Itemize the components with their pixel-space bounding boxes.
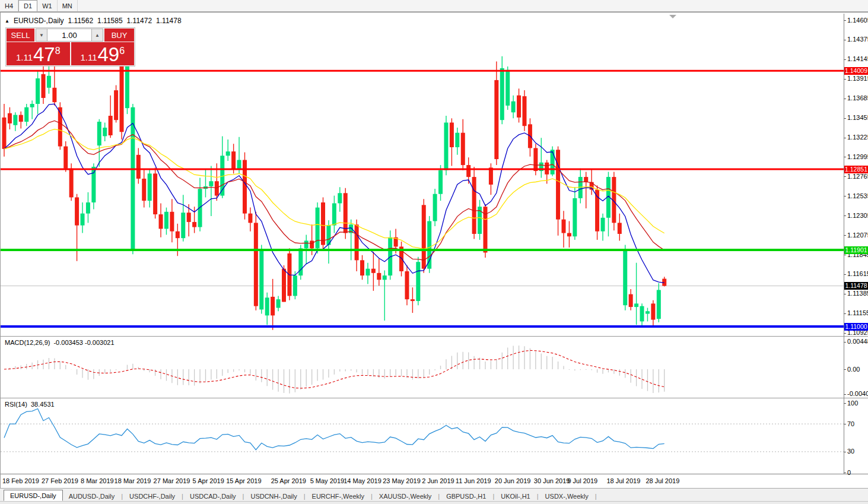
price-tick-mark [844,274,846,275]
date-label: 11 Jun 2019 [456,477,491,484]
macd-tick-label: 0.004481 [847,338,868,345]
tab-audusd-daily[interactable]: AUDUSD-,Daily [63,491,121,501]
sell-price-sup: 8 [55,46,61,56]
price-tick-label: 1.12535 [847,192,868,199]
macd-tick-label: -0.004048 [847,390,868,397]
date-label: 9 Jul 2019 [567,477,597,484]
rsi-tick-label: 0 [847,469,851,476]
price-tick-label: 1.13915 [847,75,868,82]
buy-button[interactable]: BUY [104,28,134,42]
volume-increase-button[interactable]: ▲ [91,28,103,42]
tab-usdcnh-daily[interactable]: USDCNH-,Daily [244,491,303,501]
tab-eurchf-weekly[interactable]: EURCHF-,Weekly [306,491,370,501]
price-tick-mark [844,59,846,60]
price-tick-mark [844,255,846,255]
rsi-tick-label: 100 [847,400,858,407]
chart-canvas[interactable] [1,14,844,474]
volume-decrease-button[interactable]: ▼ [36,28,47,42]
chart-window[interactable]: ▲ EURUSD-,Daily 1.11562 1.11585 1.11472 … [0,12,868,489]
timeframe-button-h4[interactable]: H4 [0,0,18,11]
price-tick-mark [844,40,846,40]
price-badge-1.14009: 1.14009 [844,67,868,75]
ohlc-close: 1.11478 [156,17,182,25]
price-tick-label: 1.14605 [847,17,868,24]
pane-separator-macd[interactable] [1,336,868,337]
price-tick-mark [844,20,846,21]
macd-tick-label: 0.00 [847,366,860,373]
buy-price-sup: 6 [119,46,125,56]
date-label: 20 Jun 2019 [495,477,531,484]
price-tick-label: 1.12305 [847,212,868,219]
price-tick-mark [844,215,846,216]
price-tick-mark [844,79,846,80]
tab-xauusd-weekly[interactable]: XAUUSD-,Weekly [373,491,437,501]
date-label: 2 Jun 2019 [422,477,454,484]
macd-values: -0.003453 -0.003021 [53,339,114,346]
date-label: 18 Mar 2019 [115,477,151,484]
rsi-tick-mark [844,473,846,473]
timeframe-button-mn[interactable]: MN [58,0,78,11]
mt4-window: H4D1W1MN ▲ EURUSD-,Daily 1.11562 1.11585… [0,0,868,504]
date-label: 27 Feb 2019 [42,477,78,484]
price-tick-mark [844,99,846,99]
rsi-tick-label: 70 [847,420,854,427]
one-click-trading-panel: SELL ▼ 1.00 ▲ BUY 1.11478 1.11496 [5,27,135,66]
price-tick-mark [844,235,846,236]
price-tick-mark [844,157,846,157]
buy-price-prefix: 1.11 [80,51,97,64]
rsi-tick-mark [844,424,846,424]
tabs-scroll-strip[interactable] [0,501,868,504]
volume-input[interactable]: 1.00 [47,28,91,42]
price-tick-mark [844,333,846,334]
price-tick-mark [844,294,846,294]
date-label: 14 May 2019 [344,477,381,484]
collapse-arrow-icon[interactable]: ▲ [5,18,9,24]
macd-label: MACD(12,26,9) -0.003453 -0.003021 [5,339,115,346]
macd-tick-mark [844,369,846,370]
price-axis-separator [844,14,844,474]
date-label: 28 Jul 2019 [646,477,679,484]
rsi-tick-mark [844,403,846,404]
volume-stepper: ▼ 1.00 ▲ [36,28,103,42]
price-tick-label: 1.13225 [847,134,868,141]
sell-button[interactable]: SELL [7,28,34,42]
price-tick-label: 1.12995 [847,153,868,160]
date-label: 5 May 2019 [310,477,344,484]
tab-usdchf-daily[interactable]: USDCHF-,Daily [123,491,181,501]
macd-name: MACD(12,26,9) [5,339,50,346]
price-badge-1.11000: 1.11000 [844,323,868,331]
price-tick-label: 1.11385 [847,290,868,297]
chevron-up-icon: ▲ [95,33,100,38]
rsi-value: 38.4531 [31,401,55,408]
buy-price[interactable]: 1.11496 [71,42,135,65]
rsi-label: RSI(14) 38.4531 [5,401,55,408]
date-label: 8 Mar 2019 [81,477,114,484]
date-label: 18 Feb 2019 [2,477,39,484]
date-axis[interactable]: 18 Feb 201927 Feb 20198 Mar 201918 Mar 2… [1,474,844,488]
pane-separator-rsi[interactable] [1,398,868,399]
timeframe-button-d1[interactable]: D1 [18,0,37,11]
price-tick-label: 1.11155 [847,309,868,316]
tab-ukoil-h1[interactable]: UKOil-,H1 [495,491,536,501]
price-tick-mark [844,118,846,119]
price-badge-1.11478: 1.11478 [844,282,868,290]
sell-price-big: 47 [33,45,55,64]
rsi-name: RSI(14) [5,401,27,408]
tab-usdx-weekly[interactable]: USDX-,Weekly [539,491,594,501]
price-tick-label: 1.13455 [847,114,868,121]
tab-gbpusd-h1[interactable]: GBPUSD-,H1 [440,491,492,501]
tab-usdcad-daily[interactable]: USDCAD-,Daily [184,491,242,501]
ohlc-low: 1.11472 [127,17,152,25]
tab-divider: | [594,493,597,501]
tab-eurusd-daily[interactable]: EURUSD-,Daily [4,490,63,501]
date-label: 25 Apr 2019 [271,477,306,484]
date-label: 15 Apr 2019 [226,477,261,484]
price-tick-mark [844,138,846,138]
price-tick-label: 1.14375 [847,36,868,43]
sell-price[interactable]: 1.11478 [7,42,70,65]
chevron-down-icon: ▼ [39,33,44,38]
timeframe-button-w1[interactable]: W1 [37,0,58,11]
rsi-tick-label: 30 [847,448,854,455]
date-label: 5 Apr 2019 [193,477,224,484]
price-tick-label: 1.12765 [847,173,868,180]
